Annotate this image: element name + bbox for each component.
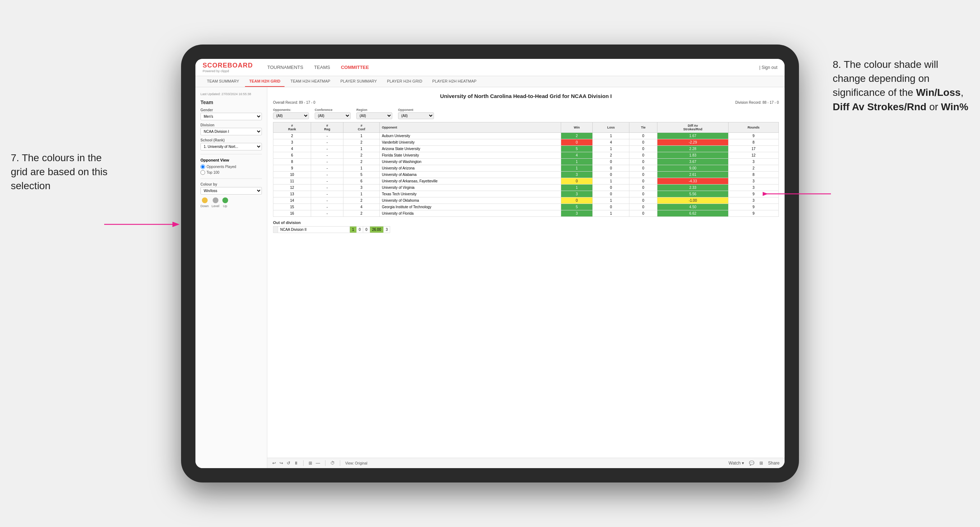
cell-diff: 1.67 bbox=[657, 133, 728, 139]
nav-teams[interactable]: TEAMS bbox=[314, 63, 330, 71]
nav-committee[interactable]: COMMITTEE bbox=[341, 63, 369, 71]
cell-tie: 0 bbox=[629, 204, 657, 210]
col-loss: Loss bbox=[593, 122, 629, 133]
nav-items: TOURNAMENTS TEAMS COMMITTEE bbox=[267, 63, 748, 71]
annotation-right: 8. The colour shade will change dependin… bbox=[833, 57, 969, 114]
cell-diff: 6.62 bbox=[657, 210, 728, 217]
tab-team-h2h-grid[interactable]: TEAM H2H GRID bbox=[245, 76, 285, 87]
tab-team-summary[interactable]: TEAM SUMMARY bbox=[203, 76, 243, 87]
radio-top100-input[interactable] bbox=[200, 170, 205, 175]
nav-tournaments[interactable]: TOURNAMENTS bbox=[267, 63, 303, 71]
sidebar-meta: Last Updated: 27/03/2024 16:55:38 bbox=[200, 92, 262, 96]
region-select[interactable]: (All) bbox=[356, 113, 392, 119]
cell-loss: 1 bbox=[593, 178, 629, 184]
comment-icon[interactable]: 💬 bbox=[749, 460, 754, 466]
col-reg: #Reg bbox=[311, 122, 344, 133]
cell-conf: 1 bbox=[344, 146, 380, 152]
radio-top100[interactable]: Top 100 bbox=[200, 170, 262, 175]
cell-opponent: Georgia Institute of Technology bbox=[379, 204, 561, 210]
colour-by-section: Colour by Win/loss bbox=[200, 183, 262, 195]
ood-rounds: 3 bbox=[383, 227, 390, 233]
layout-icon[interactable]: ⊞ bbox=[309, 460, 312, 466]
filter-opponents: Opponents: (All) bbox=[273, 108, 309, 119]
pause-icon[interactable]: ⏸ bbox=[294, 460, 298, 466]
cell-diff: 2.33 bbox=[657, 184, 728, 191]
cell-win: 1 bbox=[561, 184, 592, 191]
cell-conf: 1 bbox=[344, 191, 380, 197]
logo-area: SCOREBOARD Powered by clippd bbox=[203, 62, 253, 73]
filter-region: Region (All) bbox=[356, 108, 392, 119]
cell-diff: 4.50 bbox=[657, 204, 728, 210]
reset-icon[interactable]: ↺ bbox=[287, 460, 290, 466]
radio-opponents-played[interactable]: Opponents Played bbox=[200, 164, 262, 169]
cell-rank: 6 bbox=[274, 152, 311, 159]
conference-select[interactable]: (All) bbox=[315, 113, 351, 119]
cell-tie: 0 bbox=[629, 139, 657, 146]
cell-win: 0 bbox=[561, 178, 592, 184]
cell-win: 5 bbox=[561, 204, 592, 210]
share-button[interactable]: Share bbox=[768, 460, 780, 466]
division-select[interactable]: NCAA Division I bbox=[200, 128, 262, 135]
cell-rank: 2 bbox=[274, 133, 311, 139]
table-row: 3 - 2 Vanderbilt University 0 4 0 -2.29 … bbox=[274, 139, 779, 146]
report-title: University of North Carolina Head-to-Hea… bbox=[273, 93, 779, 99]
table-row: 10 - 5 University of Alabama 3 0 0 2.61 … bbox=[274, 171, 779, 178]
cell-rank: 11 bbox=[274, 178, 311, 184]
sign-out-link[interactable]: | Sign out bbox=[759, 65, 778, 70]
sidebar-gender-label: Gender bbox=[200, 108, 262, 112]
redo-icon[interactable]: ↪ bbox=[280, 460, 283, 466]
tab-player-h2h-heatmap[interactable]: PLAYER H2H HEATMAP bbox=[428, 76, 480, 87]
cell-opponent: Arizona State University bbox=[379, 146, 561, 152]
col-win: Win bbox=[561, 122, 592, 133]
cell-diff: 2.61 bbox=[657, 171, 728, 178]
cell-loss: 0 bbox=[593, 159, 629, 165]
cell-opponent: University of Arkansas, Fayetteville bbox=[379, 178, 561, 184]
school-select[interactable]: 1. University of Nort... bbox=[200, 143, 262, 151]
table-row: 11 - 6 University of Arkansas, Fayettevi… bbox=[274, 178, 779, 184]
opponents-select[interactable]: (All) bbox=[273, 113, 309, 119]
cell-reg: - bbox=[311, 204, 344, 210]
tab-player-summary[interactable]: PLAYER SUMMARY bbox=[336, 76, 381, 87]
cell-opponent: University of Arizona bbox=[379, 165, 561, 171]
filter-conference: Conference (All) bbox=[315, 108, 351, 119]
cell-rank: 12 bbox=[274, 184, 311, 191]
cell-loss: 0 bbox=[593, 204, 629, 210]
ood-label: NCAA Division II bbox=[278, 227, 350, 233]
embed-icon[interactable]: ⊞ bbox=[759, 460, 763, 466]
cell-opponent: University of Virginia bbox=[379, 184, 561, 191]
out-of-division-row: NCAA Division II 1 0 0 26.00 3 bbox=[274, 227, 390, 233]
ood-loss: 0 bbox=[356, 227, 363, 233]
cell-loss: 2 bbox=[593, 152, 629, 159]
cell-diff: 3.67 bbox=[657, 159, 728, 165]
cell-rank: 15 bbox=[274, 204, 311, 210]
colour-legend: Down Level Up bbox=[200, 197, 262, 208]
report-subtitle: Overall Record: 89 - 17 - 0 Division Rec… bbox=[273, 100, 779, 105]
cell-win: 3 bbox=[561, 210, 592, 217]
gender-select[interactable]: Men's bbox=[200, 113, 262, 120]
cell-loss: 0 bbox=[593, 184, 629, 191]
overall-record: Overall Record: 89 - 17 - 0 bbox=[273, 100, 315, 105]
cell-loss: 4 bbox=[593, 139, 629, 146]
cell-conf: 6 bbox=[344, 178, 380, 184]
tab-player-h2h-grid[interactable]: PLAYER H2H GRID bbox=[383, 76, 426, 87]
legend-up-dot bbox=[223, 197, 228, 203]
colour-by-select[interactable]: Win/loss bbox=[200, 187, 262, 195]
tab-team-h2h-heatmap[interactable]: TEAM H2H HEATMAP bbox=[286, 76, 334, 87]
dash-icon[interactable]: — bbox=[316, 460, 320, 466]
cell-reg: - bbox=[311, 178, 344, 184]
cell-opponent: University of Washington bbox=[379, 159, 561, 165]
cell-conf: 1 bbox=[344, 133, 380, 139]
toolbar-right: Watch ▾ 💬 ⊞ Share bbox=[729, 460, 780, 466]
cell-conf: 4 bbox=[344, 204, 380, 210]
filters-row: Opponents: (All) Conference (All) bbox=[273, 108, 779, 119]
radio-opponents-played-input[interactable] bbox=[200, 164, 205, 169]
cell-diff: 2.28 bbox=[657, 146, 728, 152]
cell-diff: 1.83 bbox=[657, 152, 728, 159]
undo-icon[interactable]: ↩ bbox=[272, 460, 276, 466]
cell-conf: 2 bbox=[344, 159, 380, 165]
watch-button[interactable]: Watch ▾ bbox=[729, 460, 744, 466]
opponent-select[interactable]: (All) bbox=[398, 113, 434, 119]
table-row: 6 - 2 Florida State University 4 2 0 1.8… bbox=[274, 152, 779, 159]
clock-icon[interactable]: ⏱ bbox=[331, 460, 335, 466]
cell-reg: - bbox=[311, 191, 344, 197]
